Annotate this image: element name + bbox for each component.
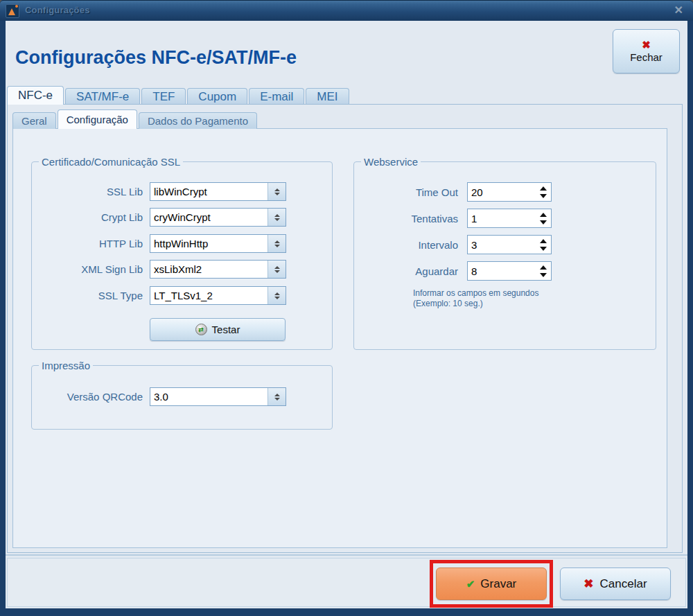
webservice-groupbox: Webservice Time Out 20 Tentativas 1 Inte… (353, 161, 656, 350)
configuracoes-dialog-window: Configurações ✕ Configurações NFC-e/SAT/… (0, 0, 693, 616)
cancelar-button-label: Cancelar (600, 577, 647, 591)
timeout-spinner[interactable]: 20 (467, 182, 552, 202)
crypt-lib-select[interactable]: cryWinCrypt (150, 208, 286, 227)
subtab-configuracao[interactable]: Configuração (58, 109, 137, 129)
gravar-button[interactable]: ✔ Gravar (436, 567, 547, 600)
spinner-buttons[interactable] (267, 388, 286, 405)
titlebar: Configurações ✕ (0, 0, 693, 21)
timeout-label: Time Out (354, 186, 458, 198)
http-lib-select[interactable]: httpWinHttp (150, 234, 286, 253)
impressao-group-title: Impressão (39, 359, 93, 372)
testar-button[interactable]: ⇄ Testar (150, 318, 286, 341)
footer-separator (6, 554, 687, 556)
spinner-buttons[interactable] (536, 183, 551, 201)
sub-tab-bar: Geral Configuração Dados do Pagamento (12, 109, 257, 129)
sync-icon: ⇄ (195, 324, 207, 335)
crypt-lib-value: cryWinCrypt (150, 209, 267, 226)
window-close-icon[interactable]: ✕ (674, 3, 683, 17)
tentativas-value: 1 (468, 209, 536, 227)
tab-cupom[interactable]: Cupom (187, 88, 247, 105)
aguardar-label: Aguardar (354, 265, 458, 277)
spinner-buttons[interactable] (267, 287, 286, 304)
versao-qrcode-select[interactable]: 3.0 (150, 387, 286, 406)
spinner-buttons[interactable] (536, 209, 551, 227)
spinner-buttons[interactable] (536, 262, 551, 280)
ssl-group-title: Certificado/Comunicação SSL (39, 155, 183, 168)
ssl-type-label: SSL Type (32, 290, 143, 301)
ssl-lib-value: libWinCrypt (150, 183, 267, 200)
main-tab-bar: NFC-e SAT/MF-e TEF Cupom E-mail MEI (7, 86, 349, 105)
versao-qrcode-value: 3.0 (150, 388, 267, 405)
webservice-group-title: Webservice (361, 155, 421, 168)
spinner-buttons[interactable] (536, 236, 551, 254)
crypt-lib-label: Crypt Lib (32, 211, 143, 223)
tab-email[interactable]: E-mail (249, 88, 304, 105)
cone-dot (15, 5, 18, 8)
gravar-button-label: Gravar (480, 577, 516, 591)
subtab-geral[interactable]: Geral (12, 112, 56, 129)
timeout-value: 20 (468, 183, 536, 201)
impressao-groupbox: Impressão Versão QRCode 3.0 (31, 365, 333, 430)
green-check-icon: ✔ (466, 578, 475, 590)
http-lib-value: httpWinHttp (150, 235, 267, 252)
window-title: Configurações (25, 5, 90, 15)
seconds-note: Informar os campos em segundos (Exemplo:… (413, 288, 538, 309)
dialog-body: Configurações NFC-e/SAT/MF-e ✖ Fechar NF… (6, 21, 687, 608)
fechar-button-label: Fechar (630, 51, 663, 63)
intervalo-spinner[interactable]: 3 (467, 235, 552, 254)
versao-qrcode-label: Versão QRCode (32, 391, 143, 403)
testar-button-label: Testar (212, 324, 240, 335)
seconds-note-line1: Informar os campos em segundos (413, 288, 538, 299)
ssl-type-value: LT_TLSv1_2 (150, 287, 267, 304)
xml-sign-lib-label: XML Sign Lib (32, 263, 143, 275)
tab-tef[interactable]: TEF (141, 88, 186, 105)
page-title: Configurações NFC-e/SAT/MF-e (15, 47, 297, 69)
ssl-groupbox: Certificado/Comunicação SSL SSL Lib libW… (31, 161, 333, 350)
cone-icon (8, 8, 15, 15)
tab-mei[interactable]: MEI (306, 88, 349, 105)
intervalo-value: 3 (468, 236, 536, 254)
intervalo-label: Intervalo (354, 239, 458, 251)
cancelar-button[interactable]: ✖ Cancelar (560, 567, 671, 600)
app-icon (6, 4, 19, 18)
ssl-type-select[interactable]: LT_TLSv1_2 (150, 286, 286, 305)
spinner-buttons[interactable] (267, 209, 286, 226)
red-x-icon: ✖ (642, 39, 651, 50)
spinner-buttons[interactable] (267, 235, 286, 252)
xml-sign-lib-value: xsLibXml2 (150, 261, 267, 278)
aguardar-spinner[interactable]: 8 (467, 261, 552, 281)
ssl-lib-select[interactable]: libWinCrypt (150, 182, 286, 201)
tentativas-spinner[interactable]: 1 (467, 209, 552, 228)
xml-sign-lib-select[interactable]: xsLibXml2 (150, 260, 286, 279)
fechar-button[interactable]: ✖ Fechar (613, 29, 680, 73)
seconds-note-line2: (Exemplo: 10 seg.) (413, 299, 538, 309)
tentativas-label: Tentativas (354, 213, 458, 225)
red-x-icon: ✖ (584, 579, 593, 589)
tab-sat-mfe[interactable]: SAT/MF-e (65, 88, 140, 105)
ssl-lib-label: SSL Lib (32, 186, 143, 197)
tab-nfce[interactable]: NFC-e (7, 86, 64, 105)
spinner-buttons[interactable] (267, 183, 286, 200)
aguardar-value: 8 (468, 262, 536, 280)
spinner-buttons[interactable] (267, 261, 286, 278)
subtab-dados-pagamento[interactable]: Dados do Pagamento (139, 112, 257, 129)
http-lib-label: HTTP Lib (32, 238, 143, 249)
